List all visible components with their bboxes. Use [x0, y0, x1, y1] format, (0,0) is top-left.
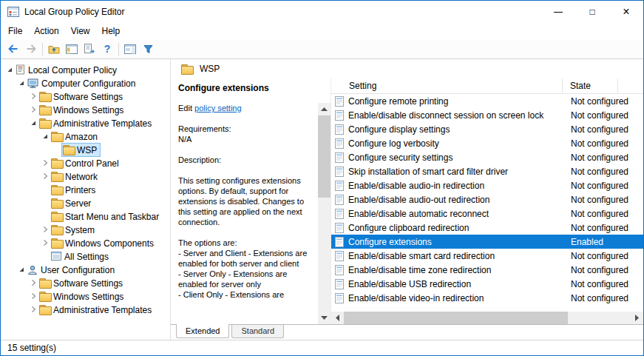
tree-item-printers[interactable]: Printers [1, 183, 170, 196]
menu-action[interactable]: Action [28, 24, 64, 38]
forward-icon[interactable] [22, 41, 40, 58]
expander-expanded-icon[interactable] [4, 66, 15, 73]
setting-cell: Configure display settings [331, 124, 563, 135]
description-scrollbar-thumb[interactable] [318, 115, 331, 198]
tree-item-windows-settings[interactable]: Windows Settings [1, 103, 170, 116]
edit-policy-setting-link[interactable]: policy setting [194, 104, 242, 112]
tree-item-windows-components[interactable]: Windows Components [1, 236, 170, 249]
horizontal-scrollbar-track[interactable] [344, 312, 631, 324]
tree-item-wsp[interactable]: WSP [1, 143, 170, 156]
setting-row-configure-remote-printing[interactable]: Configure remote printingNot configured [331, 94, 643, 108]
expander-collapsed-icon[interactable] [28, 306, 38, 313]
scroll-up-icon[interactable] [318, 103, 331, 115]
filter-icon[interactable] [139, 41, 157, 58]
tree-item-computer-configuration[interactable]: Computer Configuration [1, 76, 170, 90]
expander-collapsed-icon[interactable] [40, 239, 50, 246]
minimize-button[interactable]: — [541, 1, 575, 23]
tab-standard[interactable]: Standard [231, 325, 284, 338]
tree-item-software-settings[interactable]: Software Settings [1, 276, 170, 289]
setting-row-enable-disable-time-zone-redirection[interactable]: Enable/disable time zone redirectionNot … [331, 263, 643, 277]
expander-collapsed-icon[interactable] [28, 93, 38, 100]
setting-name: Enable/disable automatic reconnect [348, 209, 489, 219]
user-icon [27, 265, 38, 275]
setting-state: Not configured [563, 265, 628, 275]
tab-extended[interactable]: Extended [176, 324, 229, 338]
tree-item-user-configuration[interactable]: User Configuration [1, 263, 170, 276]
setting-row-enable-disable-usb-redirection[interactable]: Enable/disable USB redirectionNot config… [331, 277, 643, 291]
setting-row-configure-security-settings[interactable]: Configure security settingsNot configure… [331, 150, 643, 164]
expander-collapsed-icon[interactable] [28, 106, 38, 113]
export-list-icon[interactable] [81, 41, 98, 58]
setting-row-configure-log-verbosity[interactable]: Configure log verbosityNot configured [331, 136, 643, 150]
folder-icon [51, 158, 62, 167]
setting-row-enable-disable-automatic-reconnect[interactable]: Enable/disable automatic reconnectNot co… [331, 206, 643, 221]
list-header: Setting State [331, 78, 643, 94]
tree-item-all-settings[interactable]: All Settings [1, 249, 170, 263]
description-text: This setting configures extensions optio… [178, 175, 313, 227]
edit-prefix: Edit [178, 104, 194, 112]
expander-expanded-icon[interactable] [28, 119, 38, 127]
horizontal-scrollbar[interactable] [331, 312, 643, 324]
maximize-button[interactable]: □ [575, 1, 609, 23]
setting-row-configure-clipboard-redirection[interactable]: Configure clipboard redirectionNot confi… [331, 221, 643, 235]
tree-item-administrative-templates[interactable]: Administrative Templates [1, 303, 170, 316]
tree-node: Amazon [50, 130, 101, 143]
tree-item-administrative-templates[interactable]: Administrative Templates [1, 116, 170, 130]
setting-row-enable-disable-video-in-redirection[interactable]: Enable/disable video-in redirectionNot c… [331, 291, 643, 305]
tree-item-start-menu-and-taskbar[interactable]: Start Menu and Taskbar [1, 209, 170, 223]
expander-collapsed-icon[interactable] [28, 292, 38, 300]
tree-item-server[interactable]: Server [1, 196, 170, 209]
setting-row-enable-disable-smart-card-redirection[interactable]: Enable/disable smart card redirectionNot… [331, 249, 643, 263]
tree-item-local-computer-policy[interactable]: Local Computer Policy [1, 63, 170, 76]
close-button[interactable]: × [609, 1, 643, 23]
setting-row-configure-display-settings[interactable]: Configure display settingsNot configured [331, 122, 643, 136]
back-icon[interactable] [4, 41, 22, 58]
tree-item-control-panel[interactable]: Control Panel [1, 156, 170, 169]
expander-expanded-icon[interactable] [16, 266, 27, 273]
tree-item-windows-settings[interactable]: Windows Settings [1, 289, 170, 303]
column-header-state[interactable]: State [563, 78, 618, 93]
expander-collapsed-icon[interactable] [28, 279, 38, 286]
menu-help[interactable]: Help [96, 24, 126, 38]
description-scrollbar-track[interactable] [318, 115, 331, 312]
setting-row-enable-disable-audio-in-redirection[interactable]: Enable/disable audio-in redirectionNot c… [331, 178, 643, 192]
scroll-right-icon[interactable] [631, 312, 643, 324]
setting-row-skip-installation-of-smart-card-filter-driver[interactable]: Skip installation of smart card filter d… [331, 164, 643, 178]
expander-expanded-icon[interactable] [16, 79, 27, 87]
horizontal-scrollbar-thumb[interactable] [344, 312, 568, 324]
tree-item-label: Software Settings [53, 91, 123, 102]
tree-node: Windows Settings [38, 290, 126, 303]
column-header-setting[interactable]: Setting [331, 78, 563, 93]
description-scrollbar[interactable] [318, 103, 331, 324]
expander-collapsed-icon[interactable] [40, 159, 50, 167]
setting-icon [335, 237, 344, 247]
view-tabs: ExtendedStandard [171, 324, 643, 340]
tree-item-software-settings[interactable]: Software Settings [1, 90, 170, 103]
tree-node: System [50, 224, 98, 236]
setting-row-configure-extensions[interactable]: Configure extensionsEnabled [331, 235, 643, 249]
setting-state: Not configured [563, 96, 628, 107]
setting-name: Configure security settings [348, 152, 453, 163]
tree-item-amazon[interactable]: Amazon [1, 130, 170, 143]
action-pane-icon[interactable] [121, 41, 139, 58]
expander-collapsed-icon[interactable] [40, 172, 50, 180]
setting-icon [335, 223, 344, 233]
menu-view[interactable]: View [65, 24, 96, 38]
scroll-down-icon[interactable] [318, 312, 331, 324]
tree-item-label: Control Panel [65, 158, 119, 169]
allsettings-icon [51, 252, 61, 261]
setting-row-enable-disable-audio-out-redirection[interactable]: Enable/disable audio-out redirectionNot … [331, 192, 643, 206]
expander-collapsed-icon[interactable] [40, 226, 50, 233]
tree-item-label: Start Menu and Taskbar [65, 211, 159, 222]
tree-node: Software Settings [38, 90, 126, 103]
scroll-left-icon[interactable] [331, 312, 344, 324]
option-line: - Client Only - Extensions are [178, 289, 313, 300]
help-icon[interactable]: ? [98, 41, 116, 58]
tree-item-network[interactable]: Network [1, 169, 170, 183]
setting-row-enable-disable-disconnect-session-on-screen-lock[interactable]: Enable/disable disconnect session on scr… [331, 108, 643, 122]
menu-file[interactable]: File [2, 24, 28, 38]
up-one-level-icon[interactable] [45, 41, 63, 58]
tree-item-system[interactable]: System [1, 223, 170, 236]
expander-expanded-icon[interactable] [40, 132, 50, 140]
show-hide-console-tree-icon[interactable] [63, 41, 81, 58]
